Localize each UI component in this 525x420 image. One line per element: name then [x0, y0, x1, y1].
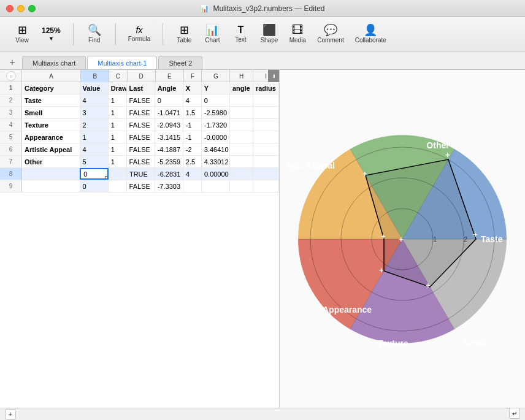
- text-button[interactable]: T Text: [227, 23, 254, 45]
- chart-button[interactable]: 📊 Chart: [199, 22, 226, 46]
- cell-1-B[interactable]: Value: [80, 82, 109, 94]
- minimize-button[interactable]: [17, 5, 25, 12]
- cell-5-H[interactable]: [230, 131, 253, 143]
- cell-1-H[interactable]: angle: [230, 82, 253, 94]
- cell-1-D[interactable]: Last: [127, 82, 155, 94]
- cell-2-F[interactable]: 4: [183, 94, 202, 106]
- cell-6-I[interactable]: [253, 143, 279, 155]
- cell-9-E[interactable]: -7.3303: [155, 180, 183, 192]
- tab-multiaxis-chart-1[interactable]: Multiaxis chart-1: [87, 56, 157, 69]
- collaborate-button[interactable]: 👤 Collaborate: [350, 22, 391, 46]
- cell-1-E[interactable]: Angle: [155, 82, 183, 94]
- col-header-F[interactable]: F: [184, 70, 202, 82]
- view-button[interactable]: ⊞ View: [9, 22, 36, 46]
- cell-9-B[interactable]: 0: [80, 180, 109, 192]
- col-header-H[interactable]: H: [230, 70, 253, 82]
- radar-chart[interactable]: 1 2 3: [286, 123, 519, 356]
- cell-1-C[interactable]: Draw: [109, 82, 127, 94]
- cell-8-E[interactable]: -6.2831: [155, 168, 183, 180]
- col-header-G[interactable]: G: [202, 70, 230, 82]
- cell-7-F[interactable]: 2.5: [183, 156, 202, 167]
- cell-2-H[interactable]: [230, 94, 253, 106]
- add-row-button[interactable]: +: [5, 409, 16, 420]
- cell-9-C[interactable]: [109, 180, 127, 192]
- cell-8-A[interactable]: [22, 168, 80, 180]
- cell-2-C[interactable]: 1: [109, 94, 127, 106]
- cell-5-A[interactable]: Appearance: [22, 131, 80, 143]
- cell-4-F[interactable]: -1: [183, 119, 202, 131]
- freeze-indicator[interactable]: ○: [6, 71, 16, 81]
- bottom-right-button[interactable]: ↵: [509, 408, 520, 419]
- cell-6-E[interactable]: -4.1887: [155, 143, 183, 155]
- cell-8-F[interactable]: 4: [183, 168, 202, 180]
- cell-4-C[interactable]: 1: [109, 119, 127, 131]
- cell-3-I[interactable]: [253, 107, 279, 118]
- cell-7-A[interactable]: Other: [22, 156, 80, 167]
- cell-3-F[interactable]: 1.5: [183, 107, 202, 118]
- cell-9-I[interactable]: [253, 180, 279, 192]
- col-header-C[interactable]: C: [109, 70, 127, 82]
- cell-5-E[interactable]: -3.1415: [155, 131, 183, 143]
- col-header-B[interactable]: B: [81, 70, 109, 82]
- col-header-D[interactable]: D: [128, 70, 156, 82]
- cell-2-I[interactable]: [253, 94, 279, 106]
- cell-4-I[interactable]: [253, 119, 279, 131]
- table-button[interactable]: ⊞ Table: [171, 22, 197, 46]
- cell-3-C[interactable]: 1: [109, 107, 127, 118]
- col-header-A[interactable]: A: [22, 70, 81, 82]
- cell-9-F[interactable]: [183, 180, 202, 192]
- cell-6-B[interactable]: 4: [80, 143, 109, 155]
- cell-6-C[interactable]: 1: [109, 143, 127, 155]
- col-header-E[interactable]: E: [156, 70, 184, 82]
- cell-5-C[interactable]: 1: [109, 131, 127, 143]
- cell-6-H[interactable]: [230, 143, 253, 155]
- cell-6-G[interactable]: 3.46410: [202, 143, 230, 155]
- close-button[interactable]: [6, 5, 13, 12]
- cell-1-I[interactable]: radius: [253, 82, 279, 94]
- cell-7-G[interactable]: 4.33012: [202, 156, 230, 167]
- cell-7-B[interactable]: 5: [80, 156, 109, 167]
- cell-9-A[interactable]: [22, 180, 80, 192]
- cell-5-B[interactable]: 1: [80, 131, 109, 143]
- cell-8-B[interactable]: 0: [80, 168, 109, 180]
- cell-5-G[interactable]: -0.0000: [202, 131, 230, 143]
- cell-8-H[interactable]: [230, 168, 253, 180]
- cell-3-D[interactable]: FALSE: [127, 107, 155, 118]
- cell-6-F[interactable]: -2: [183, 143, 202, 155]
- cell-6-A[interactable]: Artistic Appeal: [22, 143, 80, 155]
- cell-7-H[interactable]: [230, 156, 253, 167]
- cell-7-E[interactable]: -5.2359: [155, 156, 183, 167]
- cell-3-G[interactable]: -2.5980: [202, 107, 230, 118]
- cell-5-I[interactable]: [253, 131, 279, 143]
- cell-8-G[interactable]: 0.00000: [202, 168, 230, 180]
- cell-4-D[interactable]: FALSE: [127, 119, 155, 131]
- cell-2-A[interactable]: Taste: [22, 94, 80, 106]
- cell-5-D[interactable]: FALSE: [127, 131, 155, 143]
- cell-8-I[interactable]: [253, 168, 279, 180]
- cell-4-H[interactable]: [230, 119, 253, 131]
- cell-3-B[interactable]: 3: [80, 107, 109, 118]
- maximize-button[interactable]: [28, 5, 36, 12]
- cell-1-G[interactable]: Y: [202, 82, 230, 94]
- cell-8-D[interactable]: TRUE: [127, 168, 155, 180]
- zoom-button[interactable]: 125% ▼: [37, 25, 66, 44]
- cell-3-A[interactable]: Smell: [22, 107, 80, 118]
- shape-button[interactable]: ⬛ Shape: [255, 22, 283, 46]
- comment-button[interactable]: 💬 Comment: [312, 22, 348, 46]
- cell-4-G[interactable]: -1.7320: [202, 119, 230, 131]
- cell-3-H[interactable]: [230, 107, 253, 118]
- cell-2-E[interactable]: 0: [155, 94, 183, 106]
- cell-7-C[interactable]: 1: [109, 156, 127, 167]
- cell-1-F[interactable]: X: [183, 82, 202, 94]
- cell-8-C[interactable]: [109, 168, 127, 180]
- cell-3-E[interactable]: -1.0471: [155, 107, 183, 118]
- cell-4-A[interactable]: Texture: [22, 119, 80, 131]
- cell-9-G[interactable]: [202, 180, 230, 192]
- cell-7-I[interactable]: [253, 156, 279, 167]
- media-button[interactable]: 🎞 Media: [284, 22, 311, 46]
- formula-button[interactable]: fx Formula: [123, 23, 156, 45]
- cell-5-F[interactable]: -1: [183, 131, 202, 143]
- cell-7-D[interactable]: FALSE: [127, 156, 155, 167]
- find-button[interactable]: 🔍 Find: [81, 22, 108, 46]
- cell-2-G[interactable]: 0: [202, 94, 230, 106]
